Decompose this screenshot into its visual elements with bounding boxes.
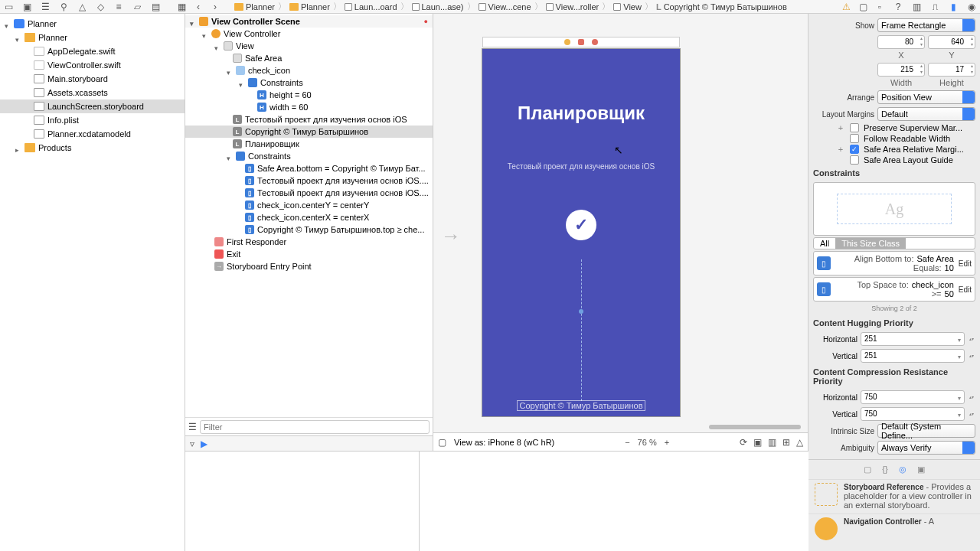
intrinsic-size-select[interactable]: Default (System Define... <box>877 424 975 438</box>
project-navigator[interactable]: Planner Planner AppDelegate.swift ViewCo… <box>0 14 185 551</box>
compression-vertical-field[interactable]: 750 <box>861 407 965 421</box>
library-item[interactable]: Navigation Controller - A <box>808 514 980 543</box>
update-frames-icon[interactable]: ⟳ <box>740 437 747 448</box>
check-icon[interactable]: ✓ <box>566 210 596 240</box>
align-icon[interactable]: ▥ <box>768 437 776 448</box>
warning-icon[interactable]: ⚠ <box>841 2 851 12</box>
device-preview[interactable]: Планировщик Тестовый проект для изучения… <box>482 49 680 416</box>
add-variation-button[interactable]: + <box>836 145 845 154</box>
code-snippet-icon[interactable]: {} <box>882 465 887 474</box>
storyboard-reference-icon <box>815 483 838 506</box>
edit-constraint-button[interactable]: Edit <box>959 285 972 294</box>
help-icon[interactable]: ? <box>893 2 903 12</box>
width-field[interactable]: 215 <box>877 63 925 77</box>
show-select[interactable]: Frame Rectangle <box>877 18 975 32</box>
copyright-label[interactable]: Copyright © Тимур Батыршинов <box>482 401 680 410</box>
outline-toggle-icon[interactable]: ▦ <box>176 2 187 12</box>
datamodel-icon <box>34 129 44 139</box>
constraints-preview[interactable]: Ag <box>813 182 975 236</box>
symbol-icon[interactable]: ▣ <box>21 2 32 12</box>
preserve-checkbox[interactable] <box>850 123 859 132</box>
horizontal-scrollbar[interactable] <box>586 425 777 431</box>
title-label[interactable]: Планировщик <box>482 103 680 124</box>
add-editor-icon[interactable]: ▫ <box>874 2 885 12</box>
document-outline[interactable]: View Controller Scene● View Controller V… <box>185 14 433 451</box>
issue-icon[interactable]: △ <box>77 2 87 12</box>
label-icon: L <box>233 115 242 124</box>
file-row[interactable]: AppDelegate.swift <box>0 44 185 58</box>
breakpoint-toggle-icon[interactable]: ▶ <box>201 439 207 449</box>
outline-filter-input[interactable] <box>200 420 430 434</box>
hugging-vertical-field[interactable]: 251 <box>861 349 965 363</box>
attributes-icon[interactable]: ⎍ <box>929 2 940 12</box>
pin-icon[interactable]: ⊞ <box>782 437 790 448</box>
file-row-selected[interactable]: LaunchScreen.storyboard <box>0 99 185 113</box>
height-field[interactable]: 17 <box>928 63 975 77</box>
constraints-icon <box>236 152 245 161</box>
debug-icon[interactable]: ≡ <box>113 2 124 12</box>
size-inspector-icon[interactable]: ▮ <box>948 2 959 12</box>
y-field[interactable]: 640 <box>928 35 975 49</box>
forward-icon[interactable]: › <box>210 2 220 12</box>
ambiguity-select[interactable]: Always Verify <box>877 441 975 455</box>
constraint-dot <box>579 309 583 314</box>
first-responder-dot-icon[interactable] <box>578 39 584 45</box>
subtitle-label[interactable]: Тестовый проект для изучения основ iOS <box>482 162 680 171</box>
zoom-out-button[interactable]: − <box>625 438 629 447</box>
vc-dot-icon[interactable] <box>564 39 570 45</box>
file-row[interactable]: ViewController.swift <box>0 58 185 72</box>
constraints-icon <box>248 78 257 87</box>
file-row[interactable]: Info.plist <box>0 113 185 127</box>
view-as-label[interactable]: View as: iPhone 8 (wC hR) <box>454 438 554 447</box>
x-field[interactable]: 80 <box>877 35 925 49</box>
arrange-select[interactable]: Position View <box>877 90 975 104</box>
media-library-icon[interactable]: ▣ <box>917 465 925 474</box>
connections-icon[interactable]: ◉ <box>966 2 977 12</box>
report-icon[interactable]: ▤ <box>150 2 161 12</box>
file-row[interactable]: Assets.xcassets <box>0 86 185 99</box>
add-variation-button[interactable]: + <box>836 123 845 132</box>
edit-constraint-button[interactable]: Edit <box>959 259 972 268</box>
auto-icon[interactable]: ▿ <box>190 439 194 449</box>
constraint-item[interactable]: ▯ Align Bottom to:Safe Area Equals:10 Ed… <box>813 251 975 276</box>
exit-dot-icon[interactable] <box>592 39 598 45</box>
entry-icon: → <box>214 262 224 271</box>
margins-select[interactable]: Default <box>877 107 975 121</box>
safearea-icon <box>233 54 242 63</box>
safearea-guide-checkbox[interactable] <box>850 155 859 165</box>
file-row[interactable]: Planner.xcdatamodeld <box>0 127 185 141</box>
jump-bar[interactable]: Planner〉 Planner〉 Laun...oard〉 Laun...as… <box>234 1 835 12</box>
file-template-icon[interactable]: ▢ <box>864 465 871 474</box>
safearea-margins-checkbox[interactable]: ✓ <box>850 145 859 154</box>
breakpoint-icon[interactable]: ▱ <box>132 2 142 12</box>
device-config-icon[interactable]: ▢ <box>438 437 446 448</box>
embed-icon[interactable]: ▣ <box>753 437 762 448</box>
resolve-icon[interactable]: △ <box>796 437 803 448</box>
hierarchy-icon[interactable]: ☰ <box>40 2 51 12</box>
library-tabs[interactable]: ▢ {} ◎ ▣ <box>808 459 980 479</box>
folder-icon[interactable]: ▭ <box>3 2 14 12</box>
constraint-item[interactable]: ▯ Top Space to:check_icon >=50 Edit <box>813 277 975 302</box>
related-icon[interactable]: ▢ <box>858 2 868 12</box>
size-class-segmented[interactable]: AllThis Size Class <box>813 237 975 249</box>
test-icon[interactable]: ◇ <box>95 2 106 12</box>
search-icon[interactable]: ⚲ <box>58 2 69 12</box>
compression-horizontal-field[interactable]: 750 <box>861 390 965 404</box>
back-icon[interactable]: ‹ <box>193 2 204 12</box>
navigation-controller-icon <box>815 517 838 540</box>
zoom-level: 76 % <box>638 438 657 447</box>
scene-icon <box>479 3 486 11</box>
interface-builder-canvas[interactable]: → Планировщик Тестовый проект для изучен… <box>433 14 808 451</box>
close-icon[interactable]: ● <box>424 18 428 25</box>
library-item[interactable]: Storyboard Reference - Provides a placeh… <box>808 479 980 514</box>
filter-icon[interactable]: ☰ <box>188 422 197 432</box>
debug-area[interactable] <box>185 451 808 551</box>
object-library-icon[interactable]: ◎ <box>899 465 906 474</box>
readable-checkbox[interactable] <box>850 134 859 143</box>
history-icon[interactable]: ▥ <box>911 2 922 12</box>
zoom-in-button[interactable]: + <box>665 438 669 447</box>
outline-row-selected[interactable]: LCopyright © Тимур Батыршинов <box>185 126 433 138</box>
file-row[interactable]: Main.storyboard <box>0 72 185 86</box>
size-inspector[interactable]: ShowFrame Rectangle 80640 XY 21517 Width… <box>808 14 980 551</box>
hugging-horizontal-field[interactable]: 251 <box>861 332 965 346</box>
